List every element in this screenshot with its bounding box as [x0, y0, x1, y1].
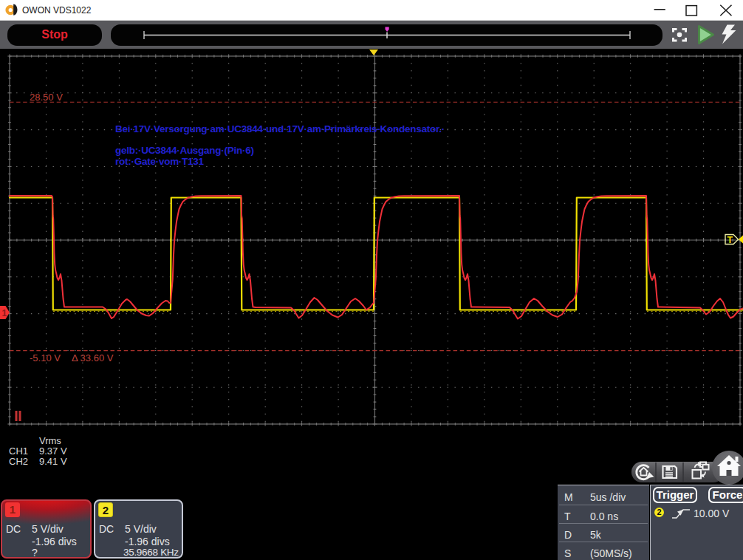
svg-text:-5.10 V: -5.10 V: [30, 352, 61, 363]
svg-text:rot:·Gate·vom·T131: rot:·Gate·vom·T131: [115, 156, 205, 167]
svg-text:Δ 33.60 V: Δ 33.60 V: [72, 352, 114, 363]
svg-text:T: T: [727, 235, 733, 245]
svg-text:1: 1: [2, 308, 7, 318]
svg-text:Bei·17V·Versorgung·am·UC3844·u: Bei·17V·Versorgung·am·UC3844·und·17V·am·…: [115, 123, 445, 134]
svg-text:28.50 V: 28.50 V: [30, 92, 63, 103]
svg-text:gelb:·UC3844·Ausgang·(Pin·6): gelb:·UC3844·Ausgang·(Pin·6): [115, 145, 254, 156]
